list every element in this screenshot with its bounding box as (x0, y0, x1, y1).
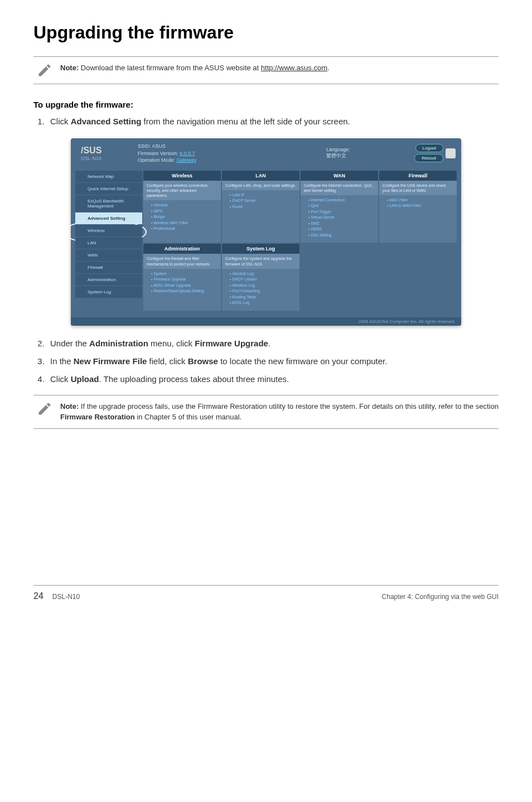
ss-body: Network Map Quick Internet Setup EzQoS B… (71, 168, 461, 317)
sidebar-item-advanced-setting[interactable]: Advanced Setting (75, 212, 142, 224)
panel-list: Internet Connection QoS Port Trigger Vir… (301, 195, 378, 243)
pencil-icon (33, 62, 56, 78)
page-footer: 24 DSL-N10 Chapter 4: Configuring via th… (33, 585, 499, 601)
panel-list: General WPS Bridge Wireless MAC Filter P… (143, 200, 221, 236)
asus-logo: /SUS DSL-N10 (76, 146, 138, 161)
ss-main-grid: Wireless Configure your wireless connect… (143, 171, 457, 311)
sidebar-item-administration[interactable]: Administration (75, 274, 142, 286)
note-body: Download the latest firmware from the AS… (79, 64, 261, 72)
sidebar-item-wireless[interactable]: Wireless (75, 225, 142, 236)
ss-header: /SUS DSL-N10 SSID: ASUS Firmware Version… (71, 138, 461, 168)
step-list-1: Click Advanced Setting from the navigati… (33, 115, 499, 128)
sidebar-item-lan[interactable]: LAN (75, 237, 142, 249)
fw-line: Firmware Version: 9.0.0.7 (138, 150, 326, 157)
step-2: Under the Administration menu, click Fir… (47, 337, 499, 350)
panel-desc: Configure LAN, dhcp, and route settings. (222, 181, 299, 190)
step-3: In the New Firmware File field, click Br… (47, 355, 499, 368)
language-block: Language: 繁體中文 (326, 147, 388, 160)
panel-desc: Configure the Internet connection, QoS, … (301, 181, 378, 195)
language-label: Language: (326, 147, 388, 152)
sidebar-item-network-map[interactable]: Network Map (75, 171, 142, 182)
note-box-2: Note: If the upgrade process fails, use … (33, 395, 499, 429)
panel-list: LAN IP DHCP Server Route (222, 190, 299, 215)
language-value: 繁體中文 (326, 152, 388, 160)
panel-list: System Firmware Upgrade ADSL Driver Upgr… (143, 269, 221, 299)
panel-head: System Log (222, 244, 299, 254)
step-1: Click Advanced Setting from the navigati… (47, 115, 499, 128)
sidebar-item-wan[interactable]: WAN (75, 249, 142, 261)
note-box-1: Note: Download the latest firmware from … (33, 56, 499, 84)
footer-model: DSL-N10 (52, 593, 80, 601)
pencil-icon (33, 401, 56, 417)
logout-button[interactable]: Logout (415, 144, 443, 152)
step-list-2: Under the Administration menu, click Fir… (33, 337, 499, 386)
note-label: Note: (60, 64, 79, 72)
note-label: Note: (60, 402, 79, 410)
sidebar-item-firewall[interactable]: Firewall (75, 262, 142, 273)
panel-head: Administration (143, 244, 221, 254)
router-screenshot: /SUS DSL-N10 SSID: ASUS Firmware Version… (71, 138, 461, 326)
ss-footer: 2008 ASUSTek Computer Inc. All rights re… (71, 317, 461, 326)
procedure-heading: To upgrade the firmware: (33, 100, 499, 109)
sidebar-item-system-log[interactable]: System Log (75, 286, 142, 298)
panel-wireless: Wireless Configure your wireless connect… (143, 171, 221, 243)
panel-head: Wireless (143, 171, 221, 181)
sidebar-item-ezqos[interactable]: EzQoS Bandwidth Management (75, 195, 142, 212)
note-text-1: Note: Download the latest firmware from … (56, 62, 330, 74)
page-title: Upgrading the firmware (33, 22, 499, 43)
footer-chapter: Chapter 4: Configuring via the web GUI (382, 593, 499, 601)
ss-info: SSID: ASUS Firmware Version: 9.0.0.7 Ope… (138, 143, 326, 164)
note-text-2: Note: If the upgrade process fails, use … (56, 401, 499, 423)
note-tail: in Chapter 5 of this user manual. (135, 413, 242, 421)
mode-line: Operation Mode: Gateway (138, 157, 326, 164)
panel-head: WAN (301, 171, 378, 181)
printer-icon (446, 148, 456, 158)
header-buttons: Logout Reboot (388, 144, 443, 162)
panel-desc: Configure your wireless connection, secu… (143, 181, 221, 200)
panel-list: MAC Filter LAN to WAN Filter (379, 195, 457, 214)
note-link: http://www.asus.com (261, 64, 327, 72)
sidebar-item-quick-setup[interactable]: Quick Internet Setup (75, 183, 142, 195)
page-number: 24 (33, 591, 43, 601)
panel-head: Firewall (379, 171, 457, 181)
note-body: If the upgrade process fails, use the Fi… (79, 402, 499, 410)
step-4: Click Upload. The uploading process take… (47, 373, 499, 386)
note-tail: . (327, 64, 330, 72)
panel-desc: Configure the system and upgrade the fir… (222, 254, 299, 268)
panel-system-log: System Log Configure the system and upgr… (222, 244, 299, 310)
ssid-label: SSID: ASUS (138, 143, 326, 150)
reboot-button[interactable]: Reboot (414, 154, 443, 162)
panel-head: LAN (222, 171, 299, 181)
panel-desc: Configure the USB device and share your … (379, 181, 457, 195)
sidebar: Network Map Quick Internet Setup EzQoS B… (75, 171, 142, 311)
panel-administration: Administration Configure the firewall an… (143, 244, 221, 310)
note-bold: Firmware Restoration (60, 413, 135, 421)
panel-desc: Configure the firewall and filter mechan… (143, 254, 221, 268)
panel-lan: LAN Configure LAN, dhcp, and route setti… (222, 171, 299, 243)
panel-list: General Log DHCP Leases Wireless Log Por… (222, 269, 299, 311)
panel-wan: WAN Configure the Internet connection, Q… (301, 171, 378, 243)
panel-firewall: Firewall Configure the USB device and sh… (379, 171, 457, 243)
